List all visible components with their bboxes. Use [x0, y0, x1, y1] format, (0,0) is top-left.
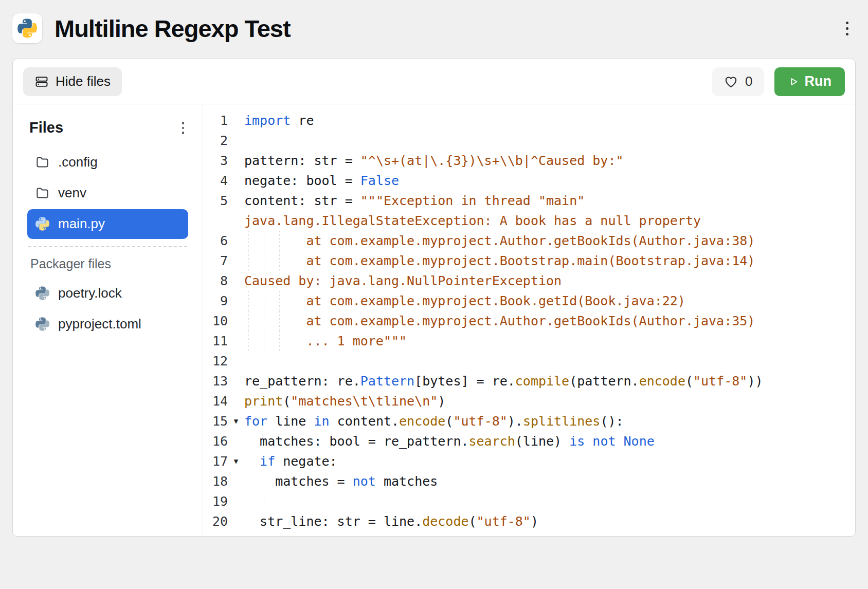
file-sidebar: Files .config venv main.py: [13, 104, 203, 536]
fold-spacer: [228, 431, 244, 451]
code-line: 11... 1 more""": [203, 331, 855, 351]
code-line: 17▼ if negate:: [203, 451, 855, 471]
code-line-text: pattern: str = "^\s+(at|\.{3})\s+\\b|^Ca…: [244, 151, 624, 171]
fold-spacer: [228, 151, 244, 171]
code-line-text: ... 1 more""": [244, 331, 407, 351]
code-line-text: at com.example.myproject.Author.getBookI…: [244, 231, 755, 251]
code-line-text: import re: [244, 111, 314, 131]
hide-files-button[interactable]: Hide files: [23, 67, 122, 96]
code-line: 10at com.example.myproject.Author.getBoo…: [203, 311, 855, 331]
app-logo: [12, 13, 42, 43]
code-line: 18 matches = not matches: [203, 471, 855, 491]
code-editor[interactable]: 1import re23pattern: str = "^\s+(at|\.{3…: [203, 104, 855, 536]
sidebar-item-config[interactable]: .config: [27, 148, 188, 177]
packager-files-label: Packager files: [27, 256, 188, 271]
code-line: 5content: str = """Exception in thread "…: [203, 191, 855, 211]
fold-spacer: [228, 491, 244, 511]
page-title: Multiline Regexp Test: [55, 14, 291, 43]
line-number: 9: [203, 291, 228, 311]
code-line-text: print("matches\t\tline\n"): [244, 391, 445, 411]
line-number: [203, 211, 228, 231]
sidebar-item-label: poetry.lock: [58, 285, 122, 301]
code-line: 1import re: [203, 111, 855, 131]
line-number: 4: [203, 171, 228, 191]
code-line: java.lang.IllegalStateException: A book …: [203, 211, 855, 231]
python-icon: [35, 217, 49, 231]
app-header: Multiline Regexp Test: [0, 0, 868, 59]
fold-spacer: [228, 191, 244, 211]
sidebar-item-label: .config: [58, 154, 98, 170]
line-number: 7: [203, 251, 228, 271]
code-line: 15▼for line in content.encode("utf-8").s…: [203, 411, 855, 431]
workspace-content: Files .config venv main.py: [13, 104, 855, 536]
code-line: 20 str_line: str = line.decode("utf-8"): [203, 511, 855, 531]
code-line-text: negate: bool = False: [244, 171, 399, 191]
sidebar-item-label: pyproject.toml: [58, 316, 141, 332]
like-button[interactable]: 0: [712, 67, 764, 96]
code-lines: 1import re23pattern: str = "^\s+(at|\.{3…: [203, 111, 855, 531]
run-button[interactable]: Run: [774, 67, 845, 96]
fold-spacer: [228, 471, 244, 491]
python-icon: [35, 286, 49, 300]
heart-icon: [724, 74, 738, 89]
line-number: 15: [203, 411, 228, 431]
line-number: 19: [203, 491, 228, 511]
code-line: 9at com.example.myproject.Book.getId(Boo…: [203, 291, 855, 311]
line-number: 1: [203, 111, 228, 131]
line-number: 17: [203, 451, 228, 471]
sidebar-item-label: venv: [58, 185, 86, 201]
line-number: 18: [203, 471, 228, 491]
code-line-text: if negate:: [244, 451, 337, 471]
code-line: 13re_pattern: re.Pattern[bytes] = re.com…: [203, 371, 855, 391]
files-header: Files: [29, 119, 63, 136]
line-number: 10: [203, 311, 228, 331]
header-kebab-icon[interactable]: [842, 17, 853, 40]
line-number: 11: [203, 331, 228, 351]
line-number: 13: [203, 371, 228, 391]
code-line: 19: [203, 491, 855, 511]
code-line-text: for line in content.encode("utf-8").spli…: [244, 411, 624, 431]
fold-spacer: [228, 271, 244, 291]
sidebar-item-poetry-lock[interactable]: poetry.lock: [27, 279, 188, 308]
line-number: 12: [203, 351, 228, 371]
line-number: 6: [203, 231, 228, 251]
code-line-text: java.lang.IllegalStateException: A book …: [244, 211, 701, 231]
sidebar-item-pyproject-toml[interactable]: pyproject.toml: [27, 309, 188, 339]
line-number: 5: [203, 191, 228, 211]
sidebar-divider: [28, 246, 187, 247]
page: Multiline Regexp Test Hide files 0 Run: [0, 0, 868, 537]
sidebar-item-venv[interactable]: venv: [27, 178, 188, 208]
code-line: 8Caused by: java.lang.NullPointerExcepti…: [203, 271, 855, 291]
sidebar-item-main-py[interactable]: main.py: [27, 209, 188, 239]
fold-icon[interactable]: ▼: [228, 451, 244, 471]
folder-icon: [35, 155, 49, 169]
fold-spacer: [228, 211, 244, 231]
code-line-text: [244, 491, 275, 511]
files-panel-icon: [34, 75, 49, 89]
code-line: 4negate: bool = False: [203, 171, 855, 191]
code-line-text: re_pattern: re.Pattern[bytes] = re.compi…: [244, 371, 763, 391]
line-number: 8: [203, 271, 228, 291]
fold-icon[interactable]: ▼: [228, 411, 244, 431]
code-line-text: content: str = """Exception in thread "m…: [244, 191, 585, 211]
fold-spacer: [228, 131, 244, 151]
code-line: 3pattern: str = "^\s+(at|\.{3})\s+\\b|^C…: [203, 151, 855, 171]
fold-spacer: [228, 251, 244, 271]
code-line-text: at com.example.myproject.Bootstrap.main(…: [244, 251, 755, 271]
hide-files-label: Hide files: [56, 73, 111, 89]
files-menu-icon[interactable]: [178, 118, 189, 138]
line-number: 16: [203, 431, 228, 451]
code-line: 2: [203, 131, 855, 151]
fold-spacer: [228, 291, 244, 311]
toolbar: Hide files 0 Run: [13, 59, 855, 104]
sidebar-item-label: main.py: [58, 216, 105, 232]
code-line-text: Caused by: java.lang.NullPointerExceptio…: [244, 271, 562, 291]
play-icon: [788, 76, 799, 87]
fold-spacer: [228, 351, 244, 371]
code-line-text: at com.example.myproject.Author.getBookI…: [244, 311, 755, 331]
fold-spacer: [228, 511, 244, 531]
fold-spacer: [228, 231, 244, 251]
code-line-text: at com.example.myproject.Book.getId(Book…: [244, 291, 685, 311]
code-line: 14print("matches\t\tline\n"): [203, 391, 855, 411]
line-number: 3: [203, 151, 228, 171]
